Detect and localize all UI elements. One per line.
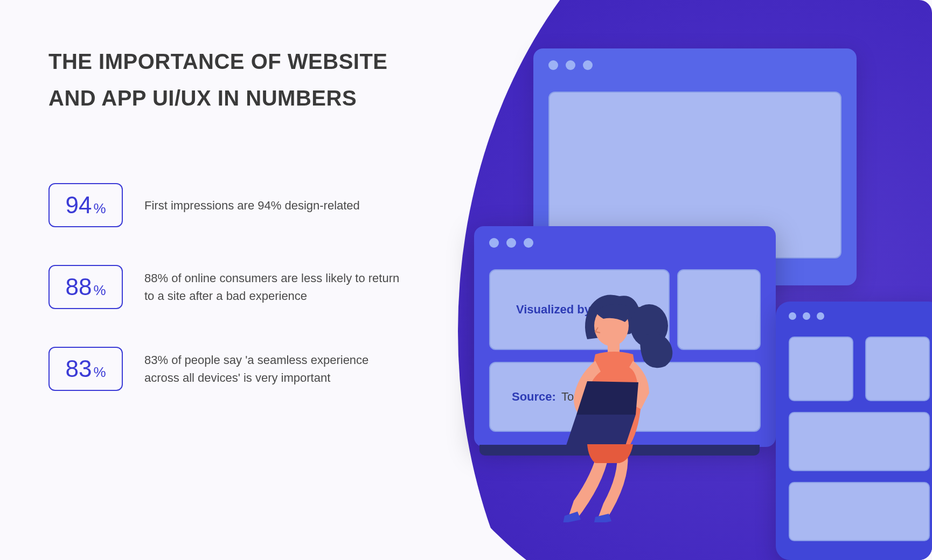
stat-unit: % (93, 364, 106, 381)
stat-row: 83 % 83% of people say 'a seamless exper… (48, 347, 403, 391)
panel-placeholder (789, 337, 853, 401)
page-title: THE IMPORTANCE OF WEBSITE AND APP UI/UX … (48, 43, 388, 116)
stat-description: First impressions are 94% design-related (144, 197, 360, 214)
window-dots-icon (489, 238, 533, 248)
stat-description: 83% of people say 'a seamless experience… (144, 351, 403, 387)
window-dots-icon (789, 312, 824, 320)
stat-row: 88 % 88% of online consumers are less li… (48, 265, 403, 309)
stats-list: 94 % First impressions are 94% design-re… (48, 183, 403, 391)
stat-value: 88 (65, 274, 92, 300)
panel-placeholder (865, 337, 930, 401)
stat-unit: % (93, 200, 106, 217)
stat-value: 94 (65, 192, 92, 219)
panel-placeholder (789, 412, 930, 471)
stat-badge: 94 % (48, 183, 123, 227)
stat-row: 94 % First impressions are 94% design-re… (48, 183, 403, 227)
stat-badge: 88 % (48, 265, 123, 309)
stat-description: 88% of online consumers are less likely … (144, 269, 403, 305)
phone-illustration (776, 302, 932, 560)
stat-unit: % (93, 282, 106, 299)
window-dots-icon (548, 60, 593, 70)
person-with-laptop-illustration (544, 285, 695, 522)
stat-badge: 83 % (48, 347, 123, 391)
stat-value: 83 (65, 355, 92, 382)
panel-placeholder (789, 482, 930, 541)
title-line-1: THE IMPORTANCE OF WEBSITE (48, 50, 388, 73)
title-line-2: AND APP UI/UX IN NUMBERS (48, 86, 357, 110)
